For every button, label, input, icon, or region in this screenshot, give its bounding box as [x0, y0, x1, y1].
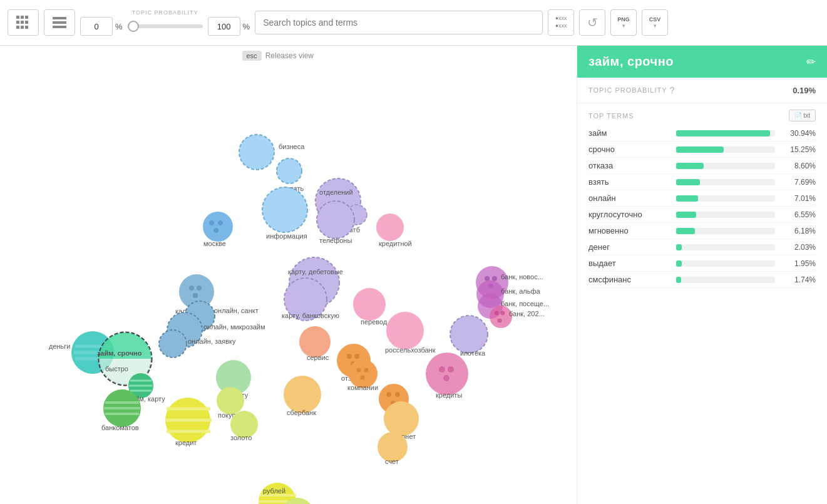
svg-rect-5: [25, 21, 28, 24]
bubble-информация[interactable]: [262, 187, 307, 232]
visualization-area[interactable]: esc Releases view бизнеса делать информа…: [0, 46, 577, 504]
svg-rect-8: [25, 26, 28, 29]
svg-point-12: [209, 220, 214, 225]
term-bar: [676, 163, 704, 169]
png-button[interactable]: PNG ▼: [610, 9, 637, 36]
bubble-ипотека[interactable]: [450, 316, 488, 353]
term-bar-background: [676, 228, 775, 234]
top-terms-row: TOP TERMS 📄 txt: [577, 103, 827, 125]
term-percentage: 6.55%: [781, 210, 816, 219]
svg-rect-1: [21, 16, 24, 19]
label-москве: москве: [203, 240, 226, 247]
prob-max-input[interactable]: 100: [208, 17, 240, 36]
label-сервис: сервис: [307, 354, 329, 361]
sidebar: займ, срочно ✏ TOPIC PROBABILITY ? 0.19%…: [577, 46, 827, 504]
term-bar-background: [676, 179, 775, 185]
term-bar: [676, 244, 682, 250]
releases-view-text: Releases view: [265, 51, 314, 60]
svg-point-36: [364, 368, 369, 373]
csv-button[interactable]: CSV ▼: [642, 9, 668, 36]
label-займ-срочно: займ, срочно: [97, 349, 142, 357]
edit-icon[interactable]: ✏: [806, 55, 816, 69]
label-банк-посеще: банк, посеще...: [501, 300, 549, 307]
label-россельхозбанк: россельхозбанк: [385, 346, 436, 354]
label-золото: золото: [230, 434, 252, 441]
svg-rect-2: [25, 16, 28, 19]
label-кредиты: кредиты: [436, 391, 462, 399]
term-row: смсфинанс 1.74%: [588, 272, 816, 288]
svg-point-39: [448, 366, 454, 373]
grid-view-button[interactable]: [8, 9, 39, 36]
svg-point-32: [347, 354, 352, 359]
png-label: PNG: [617, 16, 630, 23]
svg-point-40: [443, 375, 449, 381]
bubble-делать[interactable]: [277, 158, 302, 183]
term-bar: [676, 260, 682, 267]
svg-point-21: [495, 311, 499, 316]
topic-probability-row: TOPIC PROBABILITY ? 0.19%: [577, 78, 827, 103]
term-bar: [676, 228, 695, 234]
svg-point-17: [193, 293, 198, 298]
reload-button[interactable]: ↺: [579, 9, 605, 36]
bubble-кредиты[interactable]: [426, 352, 468, 395]
bubble-перевод[interactable]: [353, 288, 386, 321]
bubble-телефоны[interactable]: [317, 201, 354, 239]
bubble-интернет[interactable]: [384, 401, 419, 436]
topic-header: займ, срочно ✏: [577, 46, 827, 78]
topic-probability-label: TOPIC PROBABILITY: [588, 86, 667, 94]
svg-rect-11: [53, 26, 66, 28]
esc-button[interactable]: esc: [242, 51, 262, 61]
csv-download-icon: ▼: [652, 23, 657, 29]
bubble-онлайн-заявку[interactable]: [159, 330, 187, 357]
svg-rect-4: [21, 21, 24, 24]
prob-max-pct: %: [243, 22, 250, 31]
term-row: выдает 1.95%: [588, 255, 816, 272]
term-row: круглосуточно 6.55%: [588, 207, 816, 223]
bubble-сервис[interactable]: [299, 326, 331, 357]
term-name: мгновенно: [588, 226, 670, 235]
prob-min-pct: %: [115, 22, 123, 31]
prob-min-input[interactable]: 0: [80, 17, 113, 36]
svg-point-22: [501, 311, 505, 316]
svg-rect-9: [53, 17, 66, 19]
label-банкоматов: банкоматов: [101, 424, 139, 431]
txt-download-button[interactable]: 📄 txt: [789, 110, 816, 121]
term-bar-background: [676, 212, 775, 218]
svg-point-38: [439, 366, 445, 373]
png-download-icon: ▼: [621, 23, 626, 29]
term-percentage: 8.60%: [781, 162, 816, 170]
svg-rect-6: [16, 26, 19, 29]
xxx-icon-button[interactable]: ●xxx●xxx: [548, 9, 574, 36]
term-row: денег 2.03%: [588, 239, 816, 255]
label-быстро: быстро: [105, 365, 128, 373]
svg-point-14: [213, 228, 218, 233]
svg-rect-7: [21, 26, 24, 29]
csv-label: CSV: [649, 16, 661, 23]
term-bar-background: [676, 244, 775, 250]
svg-point-33: [354, 354, 359, 359]
term-name: займ: [588, 128, 670, 138]
bubble-кредитной[interactable]: [376, 213, 404, 241]
help-icon[interactable]: ?: [670, 85, 675, 95]
probability-slider-row: 0 % 100 %: [80, 17, 250, 36]
term-percentage: 1.74%: [781, 275, 816, 284]
bubble-бизнеса[interactable]: [239, 135, 274, 170]
label-ипотека: ипотека: [460, 349, 486, 357]
list-view-button[interactable]: [44, 9, 75, 36]
term-percentage: 15.25%: [781, 145, 816, 154]
bubble-покупки[interactable]: [217, 387, 244, 414]
svg-point-42: [395, 392, 400, 397]
esc-label: esc: [247, 52, 257, 59]
term-row: займ 30.94%: [588, 125, 816, 141]
label-кредитной: кредитной: [379, 240, 412, 247]
bubble-сбербанк[interactable]: [284, 376, 321, 413]
term-bar: [676, 277, 681, 283]
txt-label: 📄 txt: [794, 112, 810, 119]
search-input[interactable]: [255, 11, 543, 34]
prob-slider[interactable]: [128, 24, 203, 28]
label-счет: счет: [385, 458, 399, 465]
term-bar-background: [676, 163, 775, 169]
main-area: esc Releases view бизнеса делать информа…: [0, 46, 827, 504]
bubble-россельхозбанк[interactable]: [386, 312, 424, 349]
bubble-москве[interactable]: москве: [203, 212, 233, 242]
